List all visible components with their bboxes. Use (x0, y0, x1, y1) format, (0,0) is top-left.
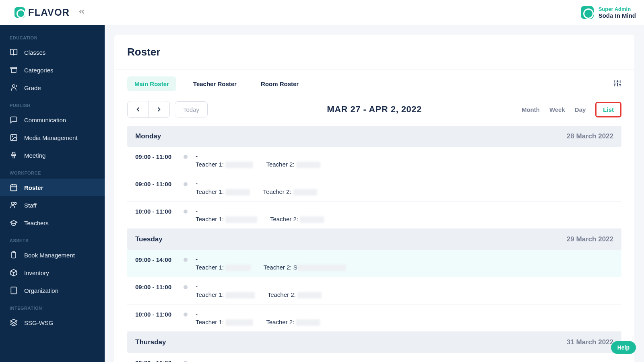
view-month[interactable]: Month (522, 106, 540, 113)
view-switch: MonthWeekDayList (522, 102, 621, 117)
sidebar-item-staff[interactable]: Staff (0, 196, 105, 214)
roster-entry[interactable]: 09:00 - 14:00-Teacher 1: Teacher 2: S (127, 250, 621, 277)
status-dot-icon (184, 210, 188, 214)
book-open-icon (10, 48, 18, 56)
day-date: 29 March 2022 (567, 235, 613, 243)
day-name: Tuesday (135, 235, 163, 243)
roster-entry[interactable]: 09:00 - 11:00-Teacher 1: Teacher1 Teache… (127, 353, 621, 362)
entry-teachers: Teacher 1: Teacher 2: (196, 188, 613, 195)
box-icon (10, 269, 18, 277)
view-week[interactable]: Week (549, 106, 565, 113)
entry-title: - (196, 283, 613, 290)
avatar-icon (581, 6, 594, 19)
sidebar-item-teachers[interactable]: Teachers (0, 214, 105, 232)
sidebar-section-label: EDUCATION (0, 29, 105, 43)
entry-title: - (196, 310, 613, 317)
help-button[interactable]: Help (611, 341, 636, 354)
day-header: Tuesday29 March 2022 (127, 229, 621, 250)
sidebar-collapse-button[interactable] (78, 8, 86, 17)
building-icon (10, 286, 18, 294)
entry-body: -Teacher 1: Teacher 2: (196, 283, 613, 298)
entry-title: - (196, 207, 613, 214)
roster-entry[interactable]: 09:00 - 11:00-Teacher 1: Teacher 2: (127, 147, 621, 174)
logo-group: FLAVOR (14, 7, 86, 18)
sidebar-item-inventory[interactable]: Inventory (0, 264, 105, 282)
day-header: Monday28 March 2022 (127, 126, 621, 147)
clipboard-icon (10, 251, 18, 259)
user-name: Soda In Mind (599, 12, 636, 19)
entry-time: 10:00 - 11:00 (135, 207, 175, 215)
entry-time: 09:00 - 11:00 (135, 180, 175, 187)
sidebar-item-classes[interactable]: Classes (0, 43, 105, 61)
sidebar-item-label: Roster (24, 184, 43, 191)
prev-button[interactable] (128, 101, 149, 117)
sidebar: EDUCATIONClassesCategoriesGradePUBLISHCo… (0, 25, 105, 362)
sidebar-item-label: Inventory (24, 269, 49, 276)
sidebar-item-roster[interactable]: Roster (0, 179, 105, 196)
day-date: 28 March 2022 (567, 132, 613, 140)
sidebar-section-label: INTEGRATION (0, 299, 105, 314)
roster-entry[interactable]: 10:00 - 11:00-Teacher 1: Teacher 2: (127, 202, 621, 229)
status-dot-icon (184, 285, 188, 289)
tab-room-roster[interactable]: Room Roster (254, 76, 306, 91)
svg-point-2 (12, 85, 15, 88)
tab-main-roster[interactable]: Main Roster (127, 76, 176, 91)
filter-button[interactable] (613, 79, 621, 89)
brand-logo[interactable]: FLAVOR (14, 7, 70, 18)
sidebar-item-label: Meeting (24, 152, 45, 159)
today-button[interactable]: Today (175, 101, 208, 117)
archive-icon (10, 66, 18, 74)
user-role: Super Admin (599, 6, 636, 12)
grade-icon (10, 84, 18, 92)
sidebar-item-media-management[interactable]: Media Management (0, 129, 105, 146)
sidebar-item-organization[interactable]: Organization (0, 282, 105, 299)
entry-time: 09:00 - 14:00 (135, 255, 175, 263)
sidebar-item-meeting[interactable]: Meeting (0, 146, 105, 164)
next-button[interactable] (149, 101, 169, 117)
sidebar-item-grade[interactable]: Grade (0, 79, 105, 97)
svg-point-10 (11, 202, 14, 205)
podium-icon (10, 151, 18, 159)
sidebar-item-label: Staff (24, 202, 37, 209)
roster-entry[interactable]: 09:00 - 11:00-Teacher 1: Teacher 2: (127, 277, 621, 304)
entry-time: 09:00 - 11:00 (135, 283, 175, 290)
sidebar-item-communication[interactable]: Communication (0, 111, 105, 129)
sidebar-item-categories[interactable]: Categories (0, 61, 105, 79)
chevron-right-icon (155, 106, 163, 113)
sidebar-item-label: Book Management (24, 252, 75, 259)
main-content: Roster Main RosterTeacher RosterRoom Ros… (105, 25, 644, 362)
users-icon (10, 201, 18, 209)
day-name: Monday (135, 132, 161, 140)
roster-entry[interactable]: 10:00 - 11:00-Teacher 1: Teacher 2: (127, 304, 621, 332)
entry-body: -Teacher 1: Teacher1 Teacher 2: geet pat… (196, 358, 613, 362)
chevrons-left-icon (78, 8, 86, 16)
entry-body: -Teacher 1: Teacher 2: (196, 310, 613, 326)
top-header: FLAVOR Super Admin Soda In Mind (0, 0, 644, 25)
sidebar-item-label: Organization (24, 287, 58, 294)
teacher-1: Teacher 1: (196, 161, 253, 168)
entry-body: -Teacher 1: Teacher 2: S (196, 255, 613, 271)
sidebar-item-ssg-wsg[interactable]: SSG-WSG (0, 314, 105, 331)
view-day[interactable]: Day (575, 106, 586, 113)
view-list[interactable]: List (595, 102, 621, 117)
teacher-2: Teacher 2: (270, 216, 324, 223)
entry-body: -Teacher 1: Teacher 2: (196, 207, 613, 223)
roster-entry[interactable]: 09:00 - 11:00-Teacher 1: Teacher 2: (127, 174, 621, 202)
user-block[interactable]: Super Admin Soda In Mind (581, 6, 636, 19)
day-date: 31 March 2022 (567, 338, 613, 346)
entry-time: 09:00 - 11:00 (135, 152, 175, 160)
tab-teacher-roster[interactable]: Teacher Roster (186, 76, 244, 91)
image-icon (10, 134, 18, 142)
teacher-2: Teacher 2: (268, 291, 322, 298)
status-dot-icon (184, 258, 188, 262)
sidebar-item-label: Media Management (24, 134, 78, 141)
tabs-row: Main RosterTeacher RosterRoom Roster (114, 70, 634, 98)
sidebar-item-book-management[interactable]: Book Management (0, 246, 105, 264)
sidebar-item-label: Classes (24, 49, 45, 56)
sidebar-item-label: Categories (24, 67, 54, 74)
entry-teachers: Teacher 1: Teacher 2: (196, 291, 613, 298)
sidebar-section-label: ASSETS (0, 232, 105, 246)
brand-text: FLAVOR (28, 7, 70, 18)
sidebar-item-label: SSG-WSG (24, 319, 54, 326)
entry-body: -Teacher 1: Teacher 2: (196, 152, 613, 168)
